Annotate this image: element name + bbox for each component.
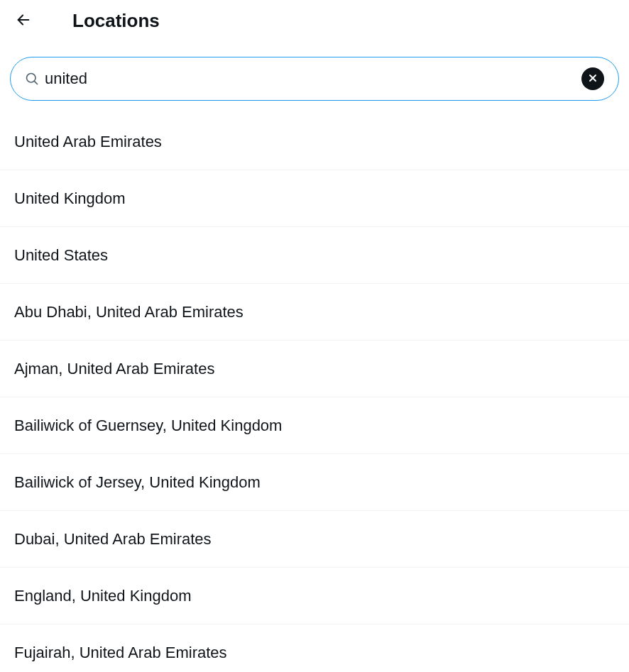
svg-line-2 [34, 81, 37, 84]
page-title: Locations [72, 10, 160, 32]
location-result-label: England, United Kingdom [14, 587, 192, 605]
search-icon [25, 72, 39, 86]
location-result-item[interactable]: Abu Dhabi, United Arab Emirates [0, 284, 629, 341]
location-result-item[interactable]: Fujairah, United Arab Emirates [0, 624, 629, 672]
search-wrapper [10, 57, 619, 101]
location-result-label: Ajman, United Arab Emirates [14, 360, 214, 378]
location-result-item[interactable]: Ajman, United Arab Emirates [0, 341, 629, 397]
search-container [10, 57, 619, 101]
location-result-label: Dubai, United Arab Emirates [14, 530, 212, 549]
location-result-item[interactable]: United Arab Emirates [0, 114, 629, 170]
location-result-item[interactable]: United Kingdom [0, 170, 629, 227]
location-result-item[interactable]: Dubai, United Arab Emirates [0, 511, 629, 568]
location-result-label: Bailiwick of Guernsey, United Kingdom [14, 417, 282, 435]
arrow-left-icon [16, 12, 31, 30]
clear-search-button[interactable] [581, 67, 604, 90]
location-result-item[interactable]: United States [0, 227, 629, 284]
location-result-label: Bailiwick of Jersey, United Kingdom [14, 473, 261, 492]
header: Locations [0, 0, 629, 48]
back-button[interactable] [10, 7, 37, 34]
location-result-item[interactable]: England, United Kingdom [0, 568, 629, 624]
close-icon [587, 72, 598, 86]
location-result-item[interactable]: Bailiwick of Guernsey, United Kingdom [0, 397, 629, 454]
location-result-label: United States [14, 246, 108, 265]
results-list: United Arab EmiratesUnited KingdomUnited… [0, 114, 629, 672]
location-result-label: Fujairah, United Arab Emirates [14, 644, 227, 662]
location-result-label: United Kingdom [14, 189, 126, 208]
search-input[interactable] [45, 70, 581, 88]
location-result-label: Abu Dhabi, United Arab Emirates [14, 303, 244, 321]
location-result-label: United Arab Emirates [14, 133, 162, 151]
location-result-item[interactable]: Bailiwick of Jersey, United Kingdom [0, 454, 629, 511]
